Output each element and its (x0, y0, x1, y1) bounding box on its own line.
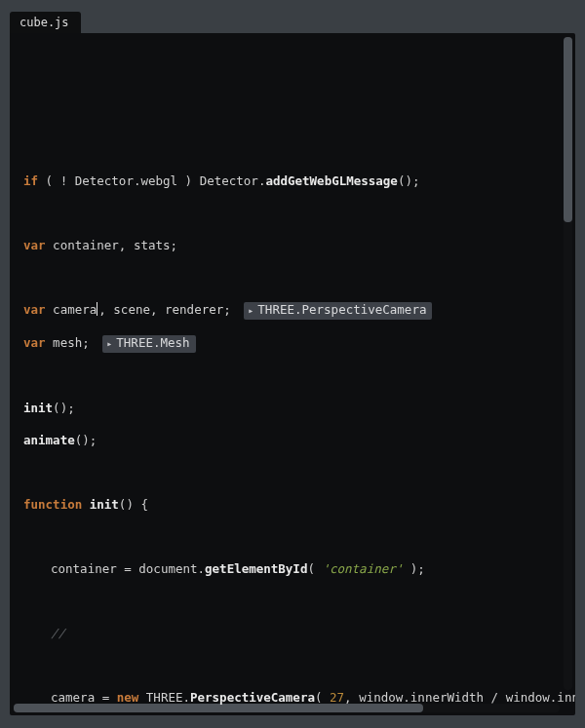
editor-window: cube.js if ( ! Detector.webgl ) Detector… (0, 0, 585, 728)
keyword-if: if (23, 173, 38, 188)
type-hint-label: THREE.Mesh (116, 335, 189, 350)
id-webgl: webgl (140, 173, 177, 188)
id-renderer: renderer (165, 302, 223, 317)
call-init: init (23, 401, 53, 415)
keyword-var: var (23, 302, 46, 317)
chevron-right-icon: ▸ (106, 336, 112, 353)
id-document: document (138, 561, 197, 576)
tab-cube-js[interactable]: cube.js (10, 12, 81, 33)
keyword-var: var (23, 335, 46, 350)
id-scene: scene (113, 302, 150, 317)
id-camera: camera (53, 302, 97, 317)
id-container: container (53, 238, 119, 252)
type-hint-camera[interactable]: ▸THREE.PerspectiveCamera (244, 302, 432, 320)
fn-init: init (90, 497, 119, 512)
id-camera: camera (51, 690, 95, 705)
call-addGetWebGLMessage: addGetWebGLMessage (265, 173, 397, 188)
num: 27 (330, 690, 344, 705)
chevron-right-icon: ▸ (248, 303, 254, 320)
id-stats: stats (134, 238, 171, 252)
call-getElementById: getElementById (205, 561, 307, 576)
id-innerWidth: innerWidth (410, 690, 484, 705)
code-content: if ( ! Detector.webgl ) Detector.addGetW… (23, 141, 569, 715)
keyword-new: new (117, 690, 139, 705)
str-container: 'container' (322, 561, 403, 576)
id-inner-trunc: inner (557, 690, 575, 705)
code-editor[interactable]: if ( ! Detector.webgl ) Detector.addGetW… (10, 33, 575, 715)
id-container: container (51, 561, 117, 576)
type-hint-mesh[interactable]: ▸THREE.Mesh (102, 335, 195, 353)
call-animate: animate (23, 433, 75, 447)
id-detector: Detector (75, 173, 134, 188)
id-mesh: mesh (53, 335, 82, 350)
tab-bar: cube.js (10, 12, 575, 33)
keyword-var: var (23, 238, 46, 252)
id-detector2: Detector (200, 173, 258, 188)
call-PerspectiveCamera: PerspectiveCamera (190, 690, 315, 705)
id-window: window (359, 690, 403, 705)
type-hint-label: THREE.PerspectiveCamera (257, 302, 426, 317)
comment: // (51, 626, 65, 640)
id-three: THREE (146, 690, 183, 705)
keyword-function: function (23, 497, 82, 512)
id-window: window (506, 690, 550, 705)
